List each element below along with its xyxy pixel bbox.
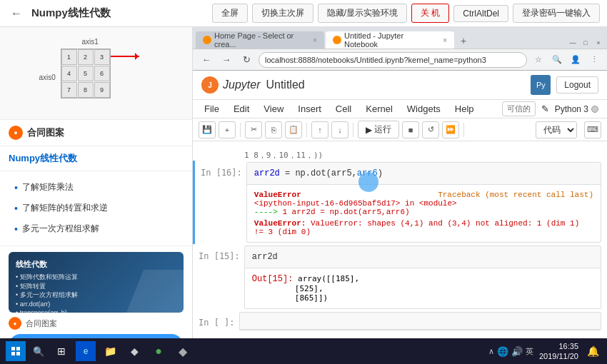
toolbar-add-cell[interactable]: + (219, 121, 236, 138)
logout-button[interactable]: Logout (556, 76, 598, 93)
login-password-button[interactable]: 登录密码一键输入 (513, 4, 600, 23)
tray-lang[interactable]: 英 (526, 346, 533, 357)
matrix-cell: 2 (78, 49, 94, 65)
run-button[interactable]: ▶ 运行 (358, 121, 399, 138)
menu-widgets[interactable]: Widgets (404, 101, 443, 116)
back-button[interactable]: ← (7, 6, 26, 21)
toolbar-save[interactable]: 💾 (199, 121, 216, 138)
sidebar-brand2: ● 合同图案 (9, 317, 184, 330)
logo-cell (16, 347, 20, 350)
more-button[interactable]: ⋮ (587, 53, 601, 67)
taskbar-task-view[interactable]: ⊞ (51, 341, 71, 361)
zoom-button[interactable]: 🔍 (550, 53, 564, 67)
jupyter-icon: J (201, 76, 219, 93)
cell-empty-number: In [ ]: (199, 312, 239, 330)
sidebar-item-transpose[interactable]: 了解矩阵的转置和求逆 (0, 198, 192, 218)
switch-screen-button[interactable]: 切换主次屏 (252, 4, 313, 23)
brand-name: 合同图案 (27, 126, 64, 139)
close-button[interactable]: × (593, 37, 604, 49)
cell-type-select[interactable]: 代码 (536, 121, 577, 138)
edit-icon[interactable]: ✎ (541, 103, 549, 114)
tab-close-jupyter[interactable]: × (443, 36, 447, 44)
tab-label-home: Home Page - Select or crea... (214, 31, 307, 49)
taskbar-ie[interactable]: e (76, 341, 96, 361)
menu-view[interactable]: View (261, 101, 286, 116)
toolbar-restart-run[interactable]: ⏩ (442, 121, 459, 138)
cell-error-number: In [16]: (201, 162, 246, 243)
toolbar-restart[interactable]: ↺ (422, 121, 439, 138)
taskbar-app3[interactable]: ◆ (124, 341, 144, 361)
sidebar-card: 线性代数 • 矩阵代数和矩阵运算 • 矩阵转置 • 多元一次方程组求解 • ar… (9, 252, 184, 313)
taskbar-time[interactable]: 16:35 2019/11/20 (539, 341, 578, 362)
menu-edit[interactable]: Edit (231, 101, 252, 116)
cell-out-input[interactable]: arr2d (245, 246, 601, 268)
toolbar-paste[interactable]: 📋 (285, 121, 302, 138)
trusted-badge: 可信的 (502, 101, 536, 116)
jupyter-notebook-title[interactable]: Untitled (266, 79, 304, 91)
back-nav-button[interactable]: ← (199, 52, 214, 68)
code-close: ) (378, 168, 383, 178)
address-bar[interactable]: localhost:8888/notebooks/Untitled.ipynb?… (259, 52, 527, 68)
bookmark-button[interactable]: ☆ (531, 53, 546, 67)
menu-insert[interactable]: Insert (295, 101, 324, 116)
matrix-cell: 4 (61, 66, 77, 81)
sidebar-item-matrix-mult[interactable]: 了解矩阵乘法 (0, 177, 192, 198)
tray-chevron[interactable]: ∧ (488, 347, 494, 356)
jupyter-header: J Jupyter Untitled Py Logout (193, 71, 607, 100)
address-text: localhost:8888/notebooks/Untitled.ipynb?… (265, 56, 486, 64)
jupyter-brand-text: Jupyter (223, 79, 260, 91)
jupyter-logo: J Jupyter (201, 76, 260, 93)
windows-logo (11, 347, 20, 355)
tab-close-home[interactable]: × (313, 36, 317, 44)
start-button[interactable] (6, 341, 26, 361)
shutdown-button[interactable]: 关 机 (411, 4, 449, 23)
menu-file[interactable]: File (201, 101, 222, 116)
time-display: 16:35 (539, 341, 578, 351)
notification-button[interactable]: 🔔 (584, 343, 601, 360)
new-tab-button[interactable]: + (456, 33, 471, 49)
tab-favicon-jupyter (333, 36, 341, 44)
ctrl-alt-del-button[interactable]: CtrlAltDel (453, 5, 508, 22)
menu-kernel[interactable]: Kernel (363, 101, 396, 116)
account-button[interactable]: 👤 (568, 53, 583, 67)
toolbar-keyboard[interactable]: ⌨ (584, 121, 601, 138)
browser-tab-home[interactable]: Home Page - Select or crea... × (196, 31, 324, 49)
menu-cell[interactable]: Cell (333, 101, 354, 116)
forward-nav-button[interactable]: → (219, 52, 234, 68)
cell-empty-input[interactable] (240, 313, 601, 330)
tray-network[interactable]: 🌐 (497, 346, 508, 357)
code-keyword: arr2d (254, 168, 280, 178)
cell-error-input[interactable]: arr2d = np.dot(arr5,arr6) (247, 163, 601, 185)
toolbar-copy[interactable]: ⎘ (265, 121, 282, 138)
cell-out-body[interactable]: arr2d Out[15]: array([[185], [525], [865… (244, 246, 601, 309)
sidebar-item-equations[interactable]: 多元一次方程组求解 (0, 218, 192, 239)
top-button-group: 全屏 切换主次屏 隐藏/显示实验环境 关 机 CtrlAltDel 登录密码一键… (212, 4, 600, 23)
taskbar-app5[interactable]: ◆ (173, 341, 193, 361)
matrix-cell: 8 (78, 82, 94, 98)
matrix-cell: 7 (61, 82, 77, 98)
tray-volume[interactable]: 🔊 (511, 346, 523, 357)
toolbar-move-up[interactable]: ↑ (311, 121, 328, 138)
maximize-button[interactable]: □ (580, 37, 591, 49)
toolbar-sep3 (353, 123, 353, 137)
toolbar-move-down[interactable]: ↓ (331, 121, 348, 138)
fullscreen-button[interactable]: 全屏 (212, 4, 248, 23)
toolbar-cut[interactable]: ✂ (245, 121, 262, 138)
sidebar-card-title: 线性代数 (16, 259, 176, 270)
cell-error-body[interactable]: arr2d = np.dot(arr5,arr6) ValueError Tra… (246, 162, 601, 243)
taskbar-folder[interactable]: 📁 (100, 341, 120, 361)
hide-show-button[interactable]: 隐藏/显示实验环境 (318, 4, 407, 23)
cell-error-output: ValueError Traceback (most recent call l… (247, 185, 601, 242)
cell-empty-body[interactable] (239, 312, 601, 330)
menu-help[interactable]: Help (452, 101, 477, 116)
logo-cell (11, 352, 15, 355)
browser-tab-jupyter[interactable]: Untitled - Jupyter Notebook × (326, 31, 454, 49)
taskbar-chrome[interactable]: ● (149, 341, 169, 361)
refresh-button[interactable]: ↻ (239, 52, 254, 68)
top-bar: ← Numpy线性代数 全屏 切换主次屏 隐藏/显示实验环境 关 机 CtrlA… (0, 0, 607, 27)
error-line-text: 1 arr2d = np.dot(arr5,arr6) (282, 208, 409, 216)
taskbar-search[interactable]: 🔍 (30, 343, 47, 360)
toolbar-stop[interactable]: ■ (402, 121, 419, 138)
minimize-button[interactable]: — (567, 37, 578, 49)
error-name: ValueError (254, 191, 301, 199)
